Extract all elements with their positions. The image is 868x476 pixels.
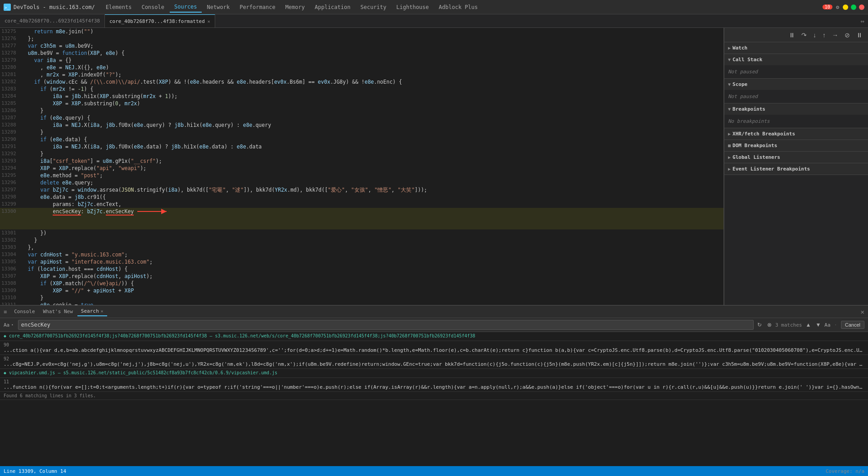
section-dom-header[interactable]: ■ DOM Breakpoints: [724, 140, 868, 151]
code-line-13285: 13285 X8P = X8P.substring(0, mr2x): [0, 100, 723, 107]
code-line-13281: 13281 , mr2x = X8P.indexOf("?");: [0, 71, 723, 78]
file-tab-2[interactable]: core_40b7268f70...4f38:formatted ✕: [105, 14, 215, 28]
file-tabs-row: core_40b7268f70...6923fd145f4f38 core_40…: [0, 14, 868, 28]
dot-icon: ·: [10, 321, 14, 328]
settings-icon[interactable]: ⚙: [836, 4, 839, 10]
code-line-13297: 13297 var bZj7c = window.asrsea(JSON.str…: [0, 186, 723, 193]
code-line-13278: 13278 u8m.be9V = function(X8P, e8e) {: [0, 49, 723, 57]
code-line-13306: 13306 if (location.host === cdnHost) {: [0, 265, 723, 273]
chevron-callstack: ▼: [728, 57, 731, 62]
step-button[interactable]: →: [830, 31, 840, 40]
code-line-13305: 13305 var apiHost = "interface.music.163…: [0, 258, 723, 265]
find-result-file-2[interactable]: ◆ vipcashier.umd.js — s5.music.126.net/s…: [0, 369, 868, 378]
code-line-13294: 13294 X8P = X8P.replace("api", "weapi");: [0, 165, 723, 172]
file-tab-1-label: core_40b7268f70...6923fd145f4f38: [5, 18, 100, 24]
step-out-button[interactable]: ↑: [821, 31, 827, 40]
code-line-13295: 13295 e8e.method = "post";: [0, 172, 723, 179]
match-navigation: ▲ ▼: [804, 321, 823, 328]
search-refresh-button[interactable]: ↻: [755, 321, 764, 328]
search-bar: Aa · ↻ ⊗ 3 matches ▲ ▼ Aa · Cancel: [0, 318, 868, 332]
section-scope-label: Scope: [732, 81, 747, 87]
code-line-13311: 13311 e8e.cookie = true: [0, 301, 723, 305]
step-over-button[interactable]: ↷: [800, 31, 809, 40]
tab-application[interactable]: Application: [310, 2, 355, 12]
section-scope-header[interactable]: ▼ Scope: [724, 79, 868, 90]
step-into-button[interactable]: ↓: [811, 31, 818, 40]
file-tab-2-close[interactable]: ✕: [208, 19, 210, 24]
section-watch-header[interactable]: ▶ Watch: [724, 42, 868, 54]
pause-on-exception-button[interactable]: ⏸: [854, 31, 864, 40]
search-input-wrap: [18, 320, 754, 330]
svg-text:>_: >_: [5, 5, 9, 10]
tab-console[interactable]: Console: [137, 2, 169, 12]
section-dom-label: DOM Breakpoints: [732, 143, 777, 148]
right-sections[interactable]: ▶ Watch ▼ Call Stack Not paused ▼: [724, 42, 868, 305]
section-scope-body: Not paused: [724, 90, 868, 103]
tab-search-bottom[interactable]: Search ✕: [77, 307, 107, 316]
tab-console-bottom[interactable]: Console: [10, 307, 38, 316]
code-line-13292: 13292 }: [0, 150, 723, 157]
expand-panel-icon[interactable]: ⇔: [861, 18, 864, 25]
find-result-line-92[interactable]: 92 ...c8g=NEJ.P,ev0x=c8g('nej,g'),u8m=c8…: [0, 355, 868, 369]
section-watch-label: Watch: [732, 45, 747, 51]
minimize-button[interactable]: [843, 4, 848, 10]
find-result-line-11[interactable]: 11 ...function n(){for(var e=[];t=0;t<ar…: [0, 378, 868, 392]
section-global-label: Global Listeners: [732, 154, 780, 160]
section-xhr-breakpoints: ▶ XHR/fetch Breakpoints: [724, 128, 868, 140]
separator: ·: [834, 322, 837, 328]
pause-button[interactable]: ⏸: [787, 31, 797, 40]
find-results[interactable]: ◆ core_40b7268f700751bfb26923fd145f4f38;…: [0, 332, 868, 400]
find-result-file-1[interactable]: ◆ core_40b7268f700751bfb26923fd145f4f38;…: [0, 332, 868, 341]
cancel-search-button[interactable]: Cancel: [841, 321, 864, 329]
code-line-13275: 13275 return m8e.join(""): [0, 28, 723, 35]
code-line-13310: 13310 }: [0, 294, 723, 301]
code-scroll[interactable]: 13275 return m8e.join("") 13276 }; 13277…: [0, 28, 723, 305]
file-tab-1[interactable]: core_40b7268f70...6923fd145f4f38: [0, 14, 105, 28]
tab-elements[interactable]: Elements: [101, 2, 136, 12]
bottom-area: ≡ Console What's New Search ✕ ✕ Aa ·: [0, 305, 868, 466]
close-button[interactable]: [859, 4, 864, 10]
close-bottom-panel-icon[interactable]: ✕: [861, 308, 864, 315]
file-tab-2-label: core_40b7268f70...4f38:formatted: [109, 18, 205, 24]
maximize-button[interactable]: [851, 4, 856, 10]
section-callstack-header[interactable]: ▼ Call Stack: [724, 54, 868, 65]
search-options: Aa ·: [4, 321, 14, 328]
code-line-13296: 13296 delete e8e.query;: [0, 179, 723, 186]
tab-adblock[interactable]: Adblock Plus: [434, 2, 483, 12]
tab-performance[interactable]: Performance: [235, 2, 280, 12]
tab-security[interactable]: Security: [356, 2, 391, 12]
top-bar: >_ DevTools - music.163.com/ Elements Co…: [0, 0, 868, 14]
aa-icon: Aa: [4, 322, 9, 328]
section-event-label: Event Listener Breakpoints: [732, 166, 810, 172]
code-line-13286: 13286 }: [0, 107, 723, 114]
chevron-global: ▶: [728, 155, 731, 160]
section-global-listeners: ▶ Global Listeners: [724, 152, 868, 163]
search-input[interactable]: [18, 320, 754, 330]
search-clear-button[interactable]: ⊗: [765, 321, 773, 328]
prev-match-button[interactable]: ▲: [804, 321, 813, 328]
section-event-header[interactable]: ▶ Event Listener Breakpoints: [724, 163, 868, 175]
find-result-line-90-text: ...ction a(){var d,e,b=ab.abcdefghijklmn…: [4, 347, 864, 353]
next-match-button[interactable]: ▼: [814, 321, 823, 328]
tab-whats-new[interactable]: What's New: [40, 307, 77, 316]
code-line-13288: 13288 i8a = NEJ.X(i8a, j8b.fU0x(e8e.quer…: [0, 121, 723, 129]
tab-network[interactable]: Network: [203, 2, 235, 12]
chevron-dom: ■: [728, 143, 731, 148]
tab-search-close[interactable]: ✕: [101, 309, 104, 314]
tab-sources[interactable]: Sources: [170, 2, 202, 13]
deactivate-button[interactable]: ⊘: [843, 31, 852, 40]
tab-console-label: Console: [14, 309, 35, 314]
find-result-file-2-name: ◆ vipcashier.umd.js — s5.music.126.net/s…: [4, 370, 864, 375]
section-callstack-label: Call Stack: [732, 57, 762, 63]
find-result-line-90[interactable]: 90 ...ction a(){var d,e,b=ab.abcdefghijk…: [0, 341, 868, 355]
code-panel: 13275 return m8e.join("") 13276 }; 13277…: [0, 28, 724, 305]
code-line-13293: 13293 i8a["csrf_token"] = u8m.gP1x("__cs…: [0, 157, 723, 165]
code-line-13308: 13308 if (X8P.match(/^\/(we}api/)) {: [0, 280, 723, 287]
section-breakpoints-header[interactable]: ▼ Breakpoints: [724, 103, 868, 115]
section-global-header[interactable]: ▶ Global Listeners: [724, 152, 868, 163]
chevron-xhr: ▶: [728, 131, 731, 136]
tab-lighthouse[interactable]: Lighthouse: [392, 2, 433, 12]
section-xhr-label: XHR/fetch Breakpoints: [732, 131, 795, 137]
tab-memory[interactable]: Memory: [281, 2, 309, 12]
section-xhr-header[interactable]: ▶ XHR/fetch Breakpoints: [724, 128, 868, 139]
